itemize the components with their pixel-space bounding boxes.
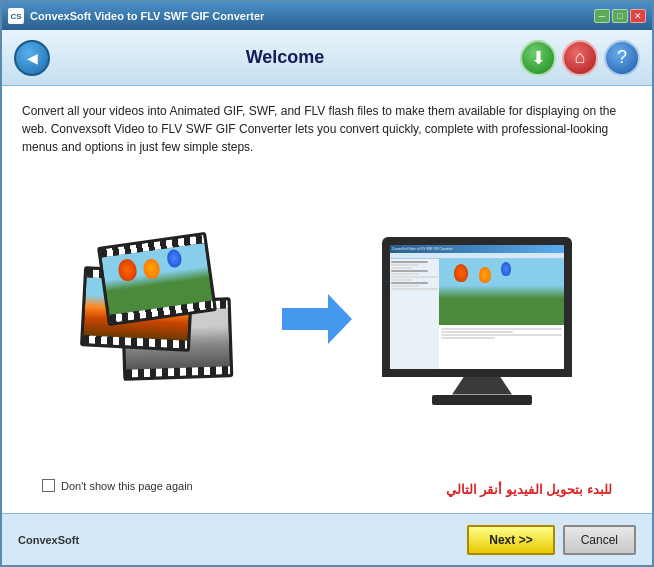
sidebar-line-6 <box>391 276 438 278</box>
sidebar-line-5 <box>391 273 419 275</box>
sidebar-line-4 <box>391 270 428 272</box>
screen-body <box>390 259 564 369</box>
header-icons: ⬇ ⌂ ? <box>520 40 640 76</box>
monitor: ConvexSoft Video to FLV SWF GIF Converte… <box>382 237 572 377</box>
main-line-2 <box>441 331 514 333</box>
screen-balloon-3 <box>501 262 511 276</box>
monitor-stand <box>452 377 512 395</box>
dont-show-checkbox[interactable] <box>42 479 55 492</box>
window-title: ConvexSoft Video to FLV SWF GIF Converte… <box>30 10 588 22</box>
main-line-3 <box>441 334 562 336</box>
sidebar-line-9 <box>391 285 419 287</box>
main-line-4 <box>441 337 496 339</box>
balloon-blue <box>166 249 182 269</box>
film-strip-1 <box>97 232 217 327</box>
main-line-1 <box>441 328 562 330</box>
main-window: CS ConvexSoft Video to FLV SWF GIF Conve… <box>0 0 654 567</box>
screen-main-area <box>439 259 564 369</box>
main-content: Convert all your videos into Animated GI… <box>2 86 652 513</box>
conversion-arrow <box>282 294 352 344</box>
arrow-container <box>282 294 352 344</box>
sidebar-line-2 <box>391 264 419 266</box>
window-controls: ─ □ ✕ <box>594 9 646 23</box>
title-bar: CS ConvexSoft Video to FLV SWF GIF Conve… <box>2 2 652 30</box>
sidebar-line-8 <box>391 282 428 284</box>
screen-sidebar <box>390 259 439 369</box>
sidebar-line-7 <box>391 279 412 281</box>
page-title: Welcome <box>50 47 520 68</box>
film-inner-1 <box>101 243 212 315</box>
sidebar-line-10 <box>391 288 438 290</box>
screen-ui: ConvexSoft Video to FLV SWF GIF Converte… <box>390 245 564 369</box>
home-icon[interactable]: ⌂ <box>562 40 598 76</box>
help-icon[interactable]: ? <box>604 40 640 76</box>
footer-bar: ConvexSoft Next >> Cancel <box>2 513 652 565</box>
checkbox-area: Don't show this page again <box>42 479 446 492</box>
visual-section: 👤 ConvexSoft Video to FLV SWF GIF Conver… <box>22 168 632 470</box>
cancel-button[interactable]: Cancel <box>563 525 636 555</box>
arabic-text: للبدء بتحويل الفيديو أنقر التالي <box>446 482 612 497</box>
screen-balloon-2 <box>479 267 491 283</box>
maximize-button[interactable]: □ <box>612 9 628 23</box>
screen-balloon-image <box>439 259 564 325</box>
minimize-button[interactable]: ─ <box>594 9 610 23</box>
screen-text-area <box>439 325 564 342</box>
app-icon-text: CS <box>10 12 21 21</box>
monitor-screen: ConvexSoft Video to FLV SWF GIF Converte… <box>390 245 564 369</box>
film-strips: 👤 <box>72 239 252 399</box>
monitor-base <box>432 395 532 405</box>
app-icon: CS <box>8 8 24 24</box>
download-icon[interactable]: ⬇ <box>520 40 556 76</box>
header-bar: Welcome ⬇ ⌂ ? <box>2 30 652 86</box>
next-button[interactable]: Next >> <box>467 525 554 555</box>
description-text: Convert all your videos into Animated GI… <box>22 102 632 156</box>
back-button[interactable] <box>14 40 50 76</box>
monitor-container: ConvexSoft Video to FLV SWF GIF Converte… <box>382 237 582 402</box>
screen-topbar: ConvexSoft Video to FLV SWF GIF Converte… <box>390 245 564 253</box>
sidebar-line-1 <box>391 261 428 263</box>
close-button[interactable]: ✕ <box>630 9 646 23</box>
brand-label: ConvexSoft <box>18 534 79 546</box>
sidebar-line-3 <box>391 267 412 269</box>
screen-balloon-1 <box>454 264 468 282</box>
balloon-red <box>117 258 138 282</box>
footer-buttons: Next >> Cancel <box>467 525 636 555</box>
bottom-area: Don't show this page again للبدء بتحويل … <box>22 470 632 503</box>
dont-show-label: Don't show this page again <box>61 480 193 492</box>
balloon-orange <box>142 258 161 280</box>
